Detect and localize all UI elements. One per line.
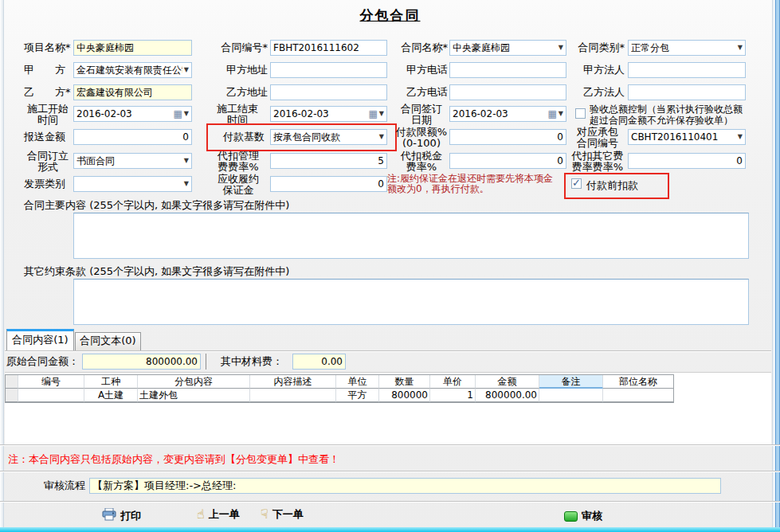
project-name-input[interactable]: 中央豪庭柿园 bbox=[73, 40, 192, 56]
contract-items-table: 编号 工种 分包内容 内容描述 单位 数量 单价 金额 备注 部位名称 A土建 … bbox=[5, 374, 674, 403]
col-header-worktype[interactable]: 工种 bbox=[84, 375, 138, 389]
cell-worktype[interactable]: A土建 bbox=[84, 389, 138, 402]
party-a-phone-input[interactable] bbox=[449, 62, 566, 78]
tax-rate-input[interactable]: 0 bbox=[449, 153, 566, 169]
end-date-label: 施工结束 时间 bbox=[209, 104, 266, 126]
contract-form-select[interactable]: 书面合同▼ bbox=[73, 153, 192, 169]
party-b-legal-input[interactable] bbox=[628, 84, 746, 100]
calendar-icon[interactable]: ▦ bbox=[369, 107, 378, 121]
material-fee-input[interactable]: 0.00 bbox=[292, 354, 346, 370]
cell-number[interactable] bbox=[18, 389, 84, 402]
main-content-textarea[interactable] bbox=[73, 213, 749, 259]
col-header-quantity[interactable]: 数量 bbox=[379, 375, 430, 389]
col-header-price[interactable]: 单价 bbox=[430, 375, 476, 389]
approval-flow-input[interactable]: 【新方案】项目经理:->总经理: bbox=[89, 478, 721, 494]
deposit-label: 应收履约 保证金 bbox=[212, 174, 265, 196]
contract-form-label: 合同订立 形式 bbox=[24, 151, 72, 173]
window-left-border bbox=[0, 0, 4, 528]
cell-amount[interactable]: 800000.00 bbox=[476, 389, 539, 402]
chevron-down-icon[interactable]: ▼ bbox=[559, 107, 563, 121]
contract-no-input[interactable]: FBHT2016111602 bbox=[270, 40, 387, 56]
invoice-type-select[interactable]: ▼ bbox=[73, 176, 192, 192]
payment-base-select[interactable]: 按承包合同收款▼ bbox=[270, 129, 387, 145]
cell-description[interactable] bbox=[250, 389, 336, 402]
chevron-down-icon[interactable]: ▼ bbox=[736, 41, 743, 55]
col-header-remark[interactable]: 备注 bbox=[539, 375, 603, 389]
payment-limit-input[interactable]: 0 bbox=[449, 129, 566, 145]
party-a-address-input[interactable] bbox=[270, 62, 387, 78]
tab-divider bbox=[5, 350, 771, 351]
page-title: 分包合同 bbox=[0, 6, 780, 25]
ref-contract-select[interactable]: CBHT2016110401▼ bbox=[628, 129, 746, 145]
original-amount-label: 原始合同金额： bbox=[6, 354, 79, 370]
approval-flow-label: 审核流程 bbox=[44, 478, 88, 494]
chevron-down-icon[interactable]: ▼ bbox=[182, 63, 189, 77]
party-a-legal-input[interactable] bbox=[628, 62, 746, 78]
acceptance-control-checkbox[interactable] bbox=[575, 108, 586, 119]
previous-record-button[interactable]: ☝ 上一单 bbox=[197, 507, 240, 522]
sign-date-picker[interactable]: 2016-02-03▦▼ bbox=[449, 106, 566, 122]
deposit-input[interactable]: 0 bbox=[270, 176, 387, 192]
mgmt-fee-rate-label: 代扣管理 费费率% bbox=[212, 151, 265, 173]
chevron-down-icon[interactable]: ▼ bbox=[736, 130, 743, 144]
col-header-content[interactable]: 分包内容 bbox=[138, 375, 250, 389]
cell-part[interactable] bbox=[603, 389, 673, 402]
chevron-down-icon[interactable]: ▼ bbox=[184, 107, 189, 121]
material-fee-label: 其中材料费： bbox=[221, 354, 283, 370]
contract-no-label: 合同编号* bbox=[206, 40, 268, 56]
project-name-label: 项目名称* bbox=[24, 40, 72, 56]
prepay-deduct-checkbox[interactable]: ✓ bbox=[571, 178, 582, 189]
subcontract-form-window: 分包合同 项目名称* 中央豪庭柿园 合同编号* FBHT2016111602 合… bbox=[0, 0, 780, 532]
col-header-unit[interactable]: 单位 bbox=[336, 375, 379, 389]
prepay-deduct-text: 付款前扣款 bbox=[586, 180, 638, 191]
amount-divider bbox=[206, 354, 206, 370]
party-b-phone-input[interactable] bbox=[449, 84, 566, 100]
hand-down-icon: ☟ bbox=[261, 508, 268, 521]
end-date-picker[interactable]: 2016-02-03▦▼ bbox=[270, 106, 387, 122]
party-b-input[interactable]: 宏鑫建设有限公司 bbox=[73, 84, 192, 100]
chevron-down-icon[interactable]: ▼ bbox=[379, 107, 384, 121]
row-selector[interactable] bbox=[6, 389, 18, 402]
tab-contract-text[interactable]: 合同文本(0) bbox=[75, 332, 141, 350]
calendar-icon[interactable]: ▦ bbox=[174, 107, 182, 121]
cell-price[interactable]: 1 bbox=[430, 389, 476, 402]
print-button[interactable]: 打印 bbox=[102, 508, 141, 523]
table-header-row: 编号 工种 分包内容 内容描述 单位 数量 单价 金额 备注 部位名称 bbox=[6, 375, 673, 389]
next-record-button[interactable]: ☟ 下一单 bbox=[261, 507, 304, 522]
row-selector-header bbox=[6, 375, 18, 389]
chevron-down-icon[interactable]: ▼ bbox=[378, 130, 384, 144]
col-header-amount[interactable]: 金额 bbox=[476, 375, 539, 389]
contract-type-select[interactable]: 正常分包▼ bbox=[628, 40, 746, 56]
chevron-down-icon[interactable]: ▼ bbox=[182, 154, 189, 168]
party-b-address-input[interactable] bbox=[270, 84, 387, 100]
col-header-part[interactable]: 部位名称 bbox=[603, 375, 673, 389]
other-fee-rate-label: 代扣其它费 费率费率% bbox=[569, 151, 626, 173]
party-b-phone-label: 乙方电话 bbox=[395, 84, 448, 100]
deposit-note: 注:履约保证金在退还时需要先将本项金 额改为0，再执行付款。 bbox=[387, 174, 572, 194]
cell-unit[interactable]: 平方 bbox=[336, 389, 379, 402]
mgmt-fee-rate-input[interactable]: 5 bbox=[270, 153, 387, 169]
other-terms-textarea[interactable] bbox=[73, 279, 749, 325]
report-amount-input[interactable]: 0 bbox=[73, 129, 192, 145]
col-header-number[interactable]: 编号 bbox=[18, 375, 84, 389]
cell-content[interactable]: 土建外包 bbox=[138, 389, 250, 402]
cell-remark[interactable] bbox=[539, 389, 603, 402]
print-button-label: 打印 bbox=[120, 509, 141, 523]
table-row[interactable]: A土建 土建外包 平方 800000 1 800000.00 bbox=[6, 389, 673, 402]
original-amount-input[interactable]: 800000.00 bbox=[82, 354, 201, 370]
contract-name-select[interactable]: 中央豪庭柿园▼ bbox=[449, 40, 566, 56]
cell-quantity[interactable]: 800000 bbox=[379, 389, 430, 402]
col-header-description[interactable]: 内容描述 bbox=[250, 375, 336, 389]
check-icon: ✓ bbox=[572, 177, 581, 189]
chevron-down-icon[interactable]: ▼ bbox=[182, 177, 189, 191]
party-a-select[interactable]: 金石建筑安装有限责任公司▼ bbox=[73, 62, 192, 78]
party-b-legal-label: 乙方法人 bbox=[570, 84, 625, 100]
calendar-icon[interactable]: ▦ bbox=[548, 107, 557, 121]
other-fee-rate-input[interactable]: 0 bbox=[628, 153, 746, 169]
approval-strip-divider bbox=[0, 471, 780, 471]
audit-button[interactable]: 审核 bbox=[564, 509, 602, 523]
contract-type-label: 合同类别* bbox=[570, 40, 625, 56]
start-date-picker[interactable]: 2016-02-03▦▼ bbox=[73, 106, 192, 122]
chevron-down-icon[interactable]: ▼ bbox=[557, 41, 563, 55]
tab-contract-content[interactable]: 合同内容(1) bbox=[6, 329, 74, 350]
